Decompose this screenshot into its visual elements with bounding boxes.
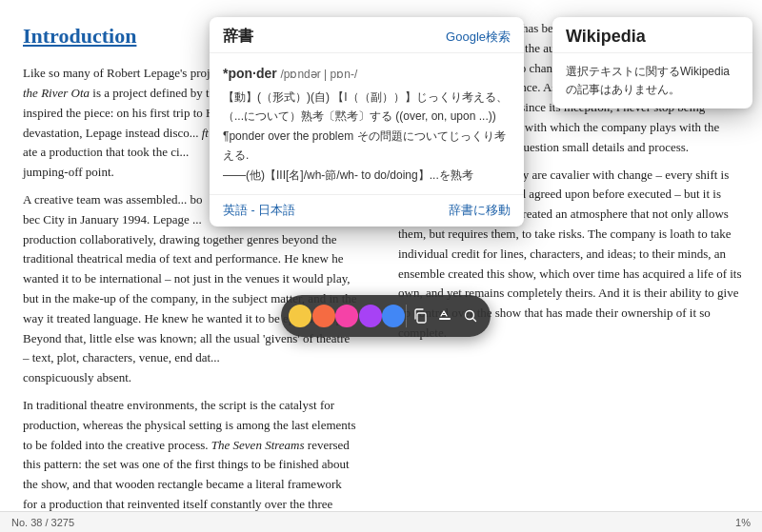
dictionary-entry-word: *pon·der /pɒndər | pɒn-/: [223, 63, 511, 85]
dictionary-content: *pon·der /pɒndər | pɒn-/ 【動】(（形式）)(自) 【I…: [210, 53, 524, 194]
color-dot-purple[interactable]: [359, 305, 382, 327]
color-dot-blue[interactable]: [382, 305, 405, 327]
status-progress: 1%: [735, 517, 751, 528]
wikipedia-title: Wikipedia: [552, 17, 752, 53]
text-toolbar: [281, 295, 491, 337]
dict-language-label[interactable]: 英語 - 日本語: [223, 203, 295, 219]
dict-goto-link[interactable]: 辞書に移動: [449, 203, 511, 219]
color-dot-yellow[interactable]: [289, 305, 311, 327]
dictionary-popup: 辞書 Google検索 *pon·der /pɒndər | pɒn-/ 【動】…: [210, 17, 524, 227]
wikipedia-content: 選択テキストに関するWikipediaの記事はありません。: [552, 53, 752, 108]
svg-rect-1: [439, 318, 451, 320]
svg-rect-0: [417, 313, 426, 323]
search-icon[interactable]: [458, 304, 483, 328]
status-bar: No. 38 / 3275 1%: [0, 511, 762, 532]
dictionary-footer: 英語 - 日本語 辞書に移動: [210, 194, 524, 227]
copy-icon[interactable]: [408, 304, 432, 328]
dictionary-title: 辞書: [223, 27, 253, 47]
dictionary-word-main: *pon·der: [223, 66, 277, 81]
svg-line-3: [472, 319, 475, 322]
dictionary-header: 辞書 Google検索: [210, 17, 524, 53]
dictionary-definition: 【動】(（形式）)(自) 【I（（副））】じっくり考える、（...について）熟考…: [223, 88, 511, 185]
color-dot-pink[interactable]: [335, 305, 358, 327]
color-dot-orange[interactable]: [312, 305, 335, 327]
wikipedia-popup: Wikipedia 選択テキストに関するWikipediaの記事はありません。: [552, 17, 752, 108]
status-page-number: No. 38 / 3275: [11, 517, 74, 528]
google-search-link[interactable]: Google検索: [446, 29, 511, 46]
annotate-icon[interactable]: [432, 304, 457, 328]
dictionary-phonetic: /pɒndər | pɒn-/: [280, 68, 357, 81]
